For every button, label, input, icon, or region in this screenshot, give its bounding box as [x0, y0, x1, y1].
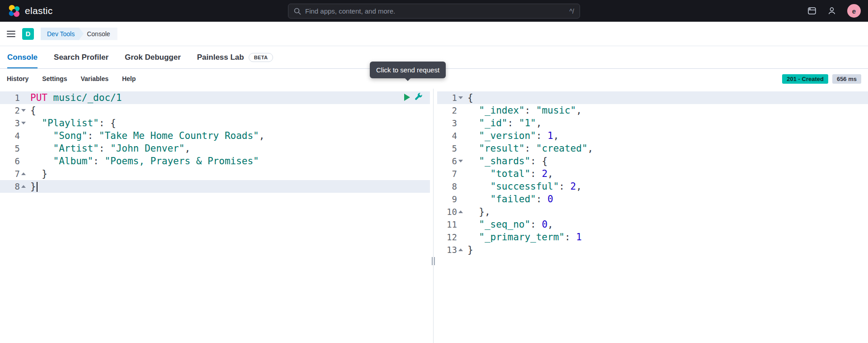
text-cursor [37, 182, 38, 192]
tab-painless-lab[interactable]: Painless Lab BETA [197, 46, 274, 68]
code-line[interactable]: 6 "Album": "Poems, Prayers & Promises" [0, 155, 430, 167]
line-number: 12 [437, 231, 464, 243]
code-line[interactable]: 7 "total": 2, [437, 167, 868, 180]
line-number: 1 [0, 91, 27, 104]
code-text: "_index": "music", [464, 104, 582, 117]
line-number: 6 [0, 155, 27, 167]
code-text: { [464, 91, 473, 104]
send-request-icon[interactable] [404, 94, 410, 101]
code-line[interactable]: 9 "failed": 0 [437, 193, 868, 205]
panel-splitter[interactable] [430, 89, 437, 343]
code-line[interactable]: 1{ [437, 91, 868, 104]
code-text: "failed": 0 [464, 193, 553, 205]
line-number: 3 [0, 117, 27, 129]
tab-grok-debugger[interactable]: Grok Debugger [125, 46, 181, 68]
user-icon[interactable] [827, 6, 836, 15]
code-line[interactable]: 2 "_index": "music", [437, 104, 868, 117]
request-editor[interactable]: 1PUT music/_doc/12{3 "Playlist": {4 "Son… [0, 89, 430, 343]
menu-history[interactable]: History [7, 75, 28, 82]
response-editor[interactable]: 1{2 "_index": "music",3 "_id": "1",4 "_v… [437, 89, 868, 343]
fold-toggle-icon[interactable] [458, 96, 463, 99]
code-line[interactable]: 4 "Song": "Take Me Home Country Roads", [0, 129, 430, 142]
menu-settings[interactable]: Settings [42, 75, 67, 82]
menu-icon[interactable] [7, 31, 15, 37]
fold-toggle-icon[interactable] [21, 185, 26, 188]
code-line[interactable]: 2{ [0, 104, 430, 117]
response-badges: 201 - Created 656 ms [782, 74, 861, 84]
fold-toggle-icon[interactable] [458, 160, 463, 162]
code-line[interactable]: 3 "Playlist": { [0, 117, 430, 129]
code-line[interactable]: 5 "Artist": "John Denver", [0, 142, 430, 155]
code-text: } [27, 180, 38, 193]
code-text: "total": 2, [464, 167, 553, 180]
line-number: 3 [437, 117, 464, 129]
deployment-initial: D [26, 30, 31, 38]
fold-toggle-icon[interactable] [21, 109, 26, 112]
code-line[interactable]: 13} [437, 243, 868, 256]
time-badge: 656 ms [832, 74, 861, 84]
code-line[interactable]: 1PUT music/_doc/1 [0, 91, 430, 104]
code-line[interactable]: 3 "_id": "1", [437, 117, 868, 129]
menu-variables[interactable]: Variables [80, 75, 108, 82]
app-root: { "header": { "brand": "elastic", "searc… [0, 0, 868, 343]
header-actions: e [807, 4, 861, 18]
code-line[interactable]: 7 } [0, 167, 430, 180]
code-text: }, [464, 205, 491, 218]
line-number: 6 [437, 155, 464, 167]
code-text: "Song": "Take Me Home Country Roads", [27, 129, 264, 142]
menu-help[interactable]: Help [122, 75, 136, 82]
breadcrumb-console: Console [78, 28, 117, 40]
status-badge: 201 - Created [782, 74, 828, 84]
deployment-badge[interactable]: D [22, 28, 34, 40]
line-number: 7 [437, 167, 464, 180]
code-line[interactable]: 5 "result": "created", [437, 142, 868, 155]
fold-toggle-icon[interactable] [458, 210, 463, 213]
code-text: } [27, 167, 47, 180]
breadcrumb-bar: D Dev Tools Console [0, 22, 868, 46]
code-line[interactable]: 12 "_primary_term": 1 [437, 231, 868, 243]
code-line[interactable]: 6 "_shards": { [437, 155, 868, 167]
line-number: 5 [437, 142, 464, 155]
elastic-logo [7, 4, 21, 18]
search-shortcut-hint: ^/ [570, 8, 574, 15]
code-text: "result": "created", [464, 142, 593, 155]
tab-grok-debugger-label: Grok Debugger [125, 53, 181, 62]
line-number: 8 [437, 180, 464, 193]
line-number: 11 [437, 218, 464, 231]
line-number: 10 [437, 205, 464, 218]
code-line[interactable]: 4 "_version": 1, [437, 129, 868, 142]
code-line[interactable]: 10 }, [437, 205, 868, 218]
fold-toggle-icon[interactable] [21, 172, 26, 175]
brand-name: elastic [25, 5, 53, 16]
code-line[interactable]: 11 "_seq_no": 0, [437, 218, 868, 231]
fold-toggle-icon[interactable] [458, 248, 463, 251]
line-number: 5 [0, 142, 27, 155]
tab-search-profiler-label: Search Profiler [54, 53, 108, 62]
deployment-icon[interactable] [807, 6, 816, 15]
brand[interactable]: elastic [7, 4, 53, 18]
global-search[interactable]: ^/ [288, 4, 580, 19]
code-text: } [464, 243, 473, 256]
tab-console[interactable]: Console [7, 46, 38, 68]
code-text: "Playlist": { [27, 117, 116, 129]
splitter-handle-icon[interactable] [432, 257, 435, 265]
code-text: { [27, 104, 36, 117]
breadcrumb: Dev Tools Console [41, 28, 118, 40]
user-avatar[interactable]: e [847, 4, 861, 18]
tab-painless-lab-label: Painless Lab [197, 53, 244, 62]
code-line[interactable]: 8 "successful": 2, [437, 180, 868, 193]
fold-toggle-icon[interactable] [21, 122, 26, 124]
wrench-icon[interactable] [414, 92, 423, 101]
tab-search-profiler[interactable]: Search Profiler [54, 46, 108, 68]
line-number: 7 [0, 167, 27, 180]
breadcrumb-dev-tools[interactable]: Dev Tools [41, 28, 84, 40]
search-input[interactable] [305, 7, 566, 15]
code-text: "_primary_term": 1 [464, 231, 582, 243]
search-icon [294, 8, 301, 15]
beta-badge: BETA [249, 53, 274, 62]
code-text: "Album": "Poems, Prayers & Promises" [27, 155, 259, 167]
code-line[interactable]: 8} [0, 180, 430, 193]
line-number: 2 [437, 104, 464, 117]
code-text: "_shards": { [464, 155, 547, 167]
send-request-tooltip: Click to send request [370, 62, 446, 78]
